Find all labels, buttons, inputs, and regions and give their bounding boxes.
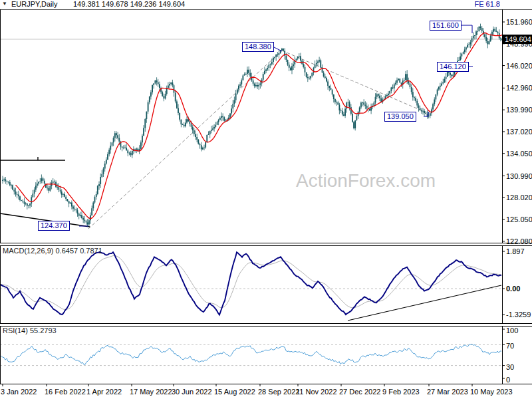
rsi-indicator-label: RSI(14) 55.2793 — [3, 327, 57, 334]
date-label: 9 Feb 2023 — [382, 388, 420, 396]
date-label: 1 Apr 2022 — [86, 388, 122, 396]
main-macd-separator[interactable] — [0, 243, 532, 246]
moving-average-line[interactable] — [16, 33, 503, 219]
date-label: 15 Aug 2022 — [214, 388, 255, 396]
date-label: 3 Jan 2022 — [1, 388, 37, 396]
macd-signal-line — [0, 255, 501, 309]
rsi-axis-label: 70 — [506, 342, 514, 350]
date-label: 28 Sep 2022 — [258, 388, 299, 396]
price-axis-label: 137.020 — [506, 128, 532, 136]
date-label: 10 May 2023 — [470, 388, 513, 396]
price-label-146120[interactable]: 146.120 — [437, 62, 469, 72]
price-label-148380[interactable]: 148.380 — [242, 42, 274, 52]
macd-axis-label: 1.897 — [506, 247, 525, 256]
price-label-124370[interactable]: 124.370 — [38, 221, 70, 231]
date-label: 16 Feb 2022 — [45, 388, 86, 396]
price-axis-line[interactable] — [502, 9, 503, 384]
annotation-connector — [461, 25, 472, 33]
candle-wicks — [3, 24, 502, 227]
price-axis-label: 139.990 — [506, 106, 532, 114]
macd-axis-label: 0.00 — [506, 285, 520, 293]
date-label: 30 Jun 2022 — [172, 388, 212, 396]
date-label: 27 Dec 2022 — [339, 388, 380, 396]
chart-left-border — [0, 9, 1, 384]
date-label: 11 Nov 2022 — [296, 388, 337, 396]
price-axis-label: 130.990 — [506, 172, 532, 181]
price-axis-label: 146.020 — [506, 62, 532, 70]
price-axis-label: 125.050 — [506, 215, 532, 224]
price-axis-label: 122.080 — [506, 237, 532, 246]
rsi-line — [0, 344, 501, 364]
price-label-139050[interactable]: 139.050 — [384, 112, 416, 122]
annotation-connector — [273, 47, 282, 51]
price-axis-label: 128.020 — [506, 194, 532, 202]
macd-indicator-label: MACD(12,26,9) 0.6457 0.7871 — [3, 247, 102, 255]
price-axis-label: 151.960 — [506, 18, 532, 27]
candlestick-series — [3, 27, 502, 224]
price-axis-label: 142.960 — [506, 84, 532, 92]
rsi-axis-label: 100 — [506, 327, 518, 335]
price-label-151600[interactable]: 151.600 — [430, 21, 462, 31]
price-axis-label: 134.050 — [506, 150, 532, 158]
date-label: 17 May 2022 — [130, 388, 172, 396]
time-axis-line[interactable] — [0, 384, 532, 384]
chart-canvas[interactable] — [0, 0, 532, 399]
date-label: 27 Mar 2023 — [427, 388, 468, 396]
macd-axis-label: -1.3259 — [506, 311, 531, 319]
rsi-axis-label: 30 — [506, 363, 514, 372]
macd-rsi-separator[interactable] — [0, 323, 532, 327]
chart-window: ▼ EURJPY,Daily 149.381 149.678 149.236 1… — [0, 0, 532, 399]
current-price-tag: 149.604 — [503, 35, 532, 44]
rsi-axis-label: 0 — [506, 376, 510, 384]
